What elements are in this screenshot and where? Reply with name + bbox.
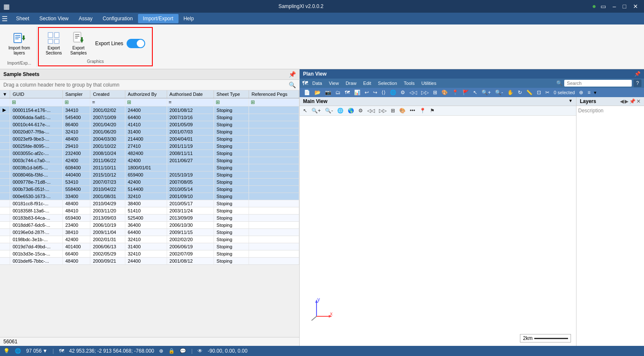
pv-select-btn[interactable]: ↖ xyxy=(471,89,479,96)
title-bar-controls[interactable]: ● ▭ – □ ✕ xyxy=(592,2,641,11)
pv-color-btn[interactable]: 🎨 xyxy=(440,89,449,96)
pv-zoom-out-btn[interactable]: 🔍- xyxy=(493,89,505,96)
filter-sampler[interactable]: ⊞ xyxy=(62,98,90,106)
pv-copy-btn[interactable]: ⊕ xyxy=(577,89,585,96)
col-sheet-type[interactable]: Sheet Type xyxy=(214,90,249,98)
col-authorised-date[interactable]: Authorised Date xyxy=(167,90,214,98)
pv-menu-edit[interactable]: Edit xyxy=(361,80,374,87)
filter-ref-pegs[interactable]: ⊞ xyxy=(249,98,299,106)
pv-menu-view[interactable]: View xyxy=(326,80,341,87)
pv-open-btn[interactable]: 📂 xyxy=(313,89,322,96)
mv-color-btn[interactable]: 🎨 xyxy=(398,107,407,114)
table-row[interactable]: 00196e0d-287f-...384102009/11/0464400200… xyxy=(0,229,299,236)
maximize-button[interactable]: □ xyxy=(620,2,629,11)
main-view-dropdown[interactable]: ▼ xyxy=(568,98,573,104)
col-authorized-by[interactable]: Authorized By xyxy=(125,90,167,98)
plan-view-pin[interactable]: 📌 xyxy=(634,71,641,77)
table-row[interactable]: 00006dda-5a81-...5454002007/10/096440020… xyxy=(0,114,299,121)
pv-zoom-in-btn[interactable]: 🔍+ xyxy=(480,89,492,96)
restore-button[interactable]: ▭ xyxy=(598,2,609,11)
mv-zoom-in-btn[interactable]: 🔍+ xyxy=(310,107,322,114)
pv-select2-btn[interactable]: ⊡ xyxy=(535,89,543,96)
table-row[interactable]: 0018dd67-6dc6-...234002006/10/1936400200… xyxy=(0,222,299,229)
mv-flag-btn[interactable]: ⚑ xyxy=(428,107,436,114)
mv-settings-btn[interactable]: ⚙ xyxy=(357,107,365,114)
pv-flag-btn[interactable]: 🚩 xyxy=(461,89,471,96)
table-row[interactable]: 001bdef6-7bbc-...484002000/09/2124400200… xyxy=(0,258,299,265)
table-row[interactable]: 00020d07-7f9a-...324102001/06/2031400200… xyxy=(0,128,299,136)
mv-globe-btn[interactable]: 🌐 xyxy=(336,107,345,114)
layers-prev-btn[interactable]: ◀ xyxy=(620,98,624,104)
mv-grid-btn[interactable]: ⊞ xyxy=(389,107,397,114)
table-row[interactable]: ▶00001154-e176-...344102001/02/022440020… xyxy=(0,106,299,114)
table-row[interactable]: 001b3d3e-15ca-...664002002/05/2932410200… xyxy=(0,250,299,258)
pv-arrow-l-btn[interactable]: ◁◁ xyxy=(408,89,419,96)
layers-close-btn[interactable]: ✕ xyxy=(636,98,641,104)
export-lines-toggle[interactable] xyxy=(127,39,145,48)
minimize-button[interactable]: – xyxy=(610,2,619,11)
table-row[interactable]: 00010c44-617e-...864002001/04/2041410200… xyxy=(0,121,299,128)
pv-pin-btn[interactable]: 📍 xyxy=(450,89,460,96)
mv-pin-btn[interactable]: 📍 xyxy=(418,107,428,114)
pv-grid-btn[interactable]: ⊞ xyxy=(431,89,439,96)
menu-sheet[interactable]: Sheet xyxy=(11,14,34,23)
table-row[interactable]: 00183b83-64ca-...6594002013/09/035254002… xyxy=(0,215,299,222)
table-scroll[interactable]: ▼ GUID Sampler Created Authorized By Aut… xyxy=(0,90,299,337)
layers-next-btn[interactable]: ▶ xyxy=(625,98,628,104)
pv-select3-btn[interactable]: ✂ xyxy=(544,89,551,96)
mv-dots-btn[interactable]: ••• xyxy=(408,107,417,114)
pv-settings-btn[interactable]: ⚙ xyxy=(399,89,407,96)
filter-guid[interactable]: ⊞ xyxy=(10,98,62,106)
mv-arrow-l-btn[interactable]: ◁◁ xyxy=(365,107,376,114)
table-row[interactable]: 0003055c-af2c-...2324002008/10/244824002… xyxy=(0,150,299,157)
pv-help-btn[interactable]: ? xyxy=(633,79,641,87)
pv-measure-btn[interactable]: 📏 xyxy=(525,89,534,96)
filter-auth-by[interactable]: ⊞ xyxy=(125,98,167,106)
table-row[interactable]: 00181cc8-f91c-...484002010/04/2938400201… xyxy=(0,200,299,207)
search-icon[interactable]: 🔍 xyxy=(289,82,296,88)
menu-help[interactable]: Help xyxy=(179,14,199,23)
col-guid[interactable]: GUID xyxy=(10,90,62,98)
import-from-layers-button[interactable]: Import fromlayers xyxy=(5,30,33,57)
filter-auth-date[interactable]: = xyxy=(167,98,214,106)
app-menu-icon[interactable]: ☰ xyxy=(2,15,8,23)
mv-cursor-btn[interactable]: ↖ xyxy=(301,107,309,114)
pv-map-btn[interactable]: 🗺 xyxy=(343,89,352,96)
pv-cursor-btn[interactable]: ⟨⟩ xyxy=(380,89,387,96)
table-row[interactable]: 0019d7dd-49bd-...4014002006/06/133140020… xyxy=(0,243,299,250)
col-sampler[interactable]: Sampler xyxy=(62,90,90,98)
pin-icon[interactable]: 📌 xyxy=(289,71,296,78)
menu-section-view[interactable]: Section View xyxy=(34,14,73,23)
status-dropdown-arrow[interactable]: ▼ xyxy=(43,348,48,354)
pv-arrow-btn[interactable]: ↩ xyxy=(363,89,371,96)
table-row[interactable]: 00023ef9-9be3-...484002004/03/3021440020… xyxy=(0,136,299,143)
pv-layers-btn[interactable]: 🗂 xyxy=(334,89,342,96)
export-sections-button[interactable]: ExportSections xyxy=(42,30,65,57)
filter-toggle[interactable] xyxy=(0,98,10,106)
pv-hand-btn[interactable]: ✋ xyxy=(506,89,515,96)
pv-dropdown[interactable]: ▼ xyxy=(593,90,597,95)
pv-arrow-r-btn[interactable]: ▷▷ xyxy=(419,89,430,96)
table-row[interactable]: 0008046b-f3fd-...4404002015/10/126594002… xyxy=(0,171,299,179)
table-row[interactable]: 0003c744-c7a0-...424002011/06/2242400201… xyxy=(0,157,299,164)
mv-arrow-r-btn[interactable]: ▷▷ xyxy=(377,107,388,114)
menu-import-export[interactable]: Import/Export xyxy=(138,14,179,23)
table-row[interactable]: 0009778e-71d8-...534102007/07/2342400200… xyxy=(0,179,299,186)
col-referenced-pegs[interactable]: Referenced Pegs xyxy=(249,90,299,98)
export-samples-button[interactable]: ExportSamples xyxy=(67,30,90,57)
filter-created[interactable]: = xyxy=(90,98,125,106)
status-dropdown[interactable]: 97 056 ▼ xyxy=(26,348,48,354)
table-row[interactable]: 0018358f-13a6-...484102003/11/2051410200… xyxy=(0,207,299,215)
pv-new-btn[interactable]: 📄 xyxy=(302,89,312,96)
table-row[interactable]: 000e6530-1673-...334002001/08/3132410200… xyxy=(0,193,299,200)
filter-sheet-type[interactable]: ⊞ xyxy=(214,98,249,106)
pv-list-btn[interactable]: ≡ xyxy=(586,89,592,96)
pv-menu-draw[interactable]: Draw xyxy=(343,80,359,87)
mv-globe2-btn[interactable]: 🌎 xyxy=(346,107,356,114)
table-row[interactable]: 00025fde-8095-...294102001/10/2227410200… xyxy=(0,143,299,150)
pv-chart-btn[interactable]: 📊 xyxy=(352,89,362,96)
pv-rotate-btn[interactable]: ↻ xyxy=(516,89,524,96)
mv-zoom-out-btn[interactable]: 🔍- xyxy=(323,107,335,114)
pv-menu-utilities[interactable]: Utilities xyxy=(419,80,439,87)
table-row[interactable]: 0198bdc-3e1b-...424002002/01/31324102002… xyxy=(0,236,299,243)
